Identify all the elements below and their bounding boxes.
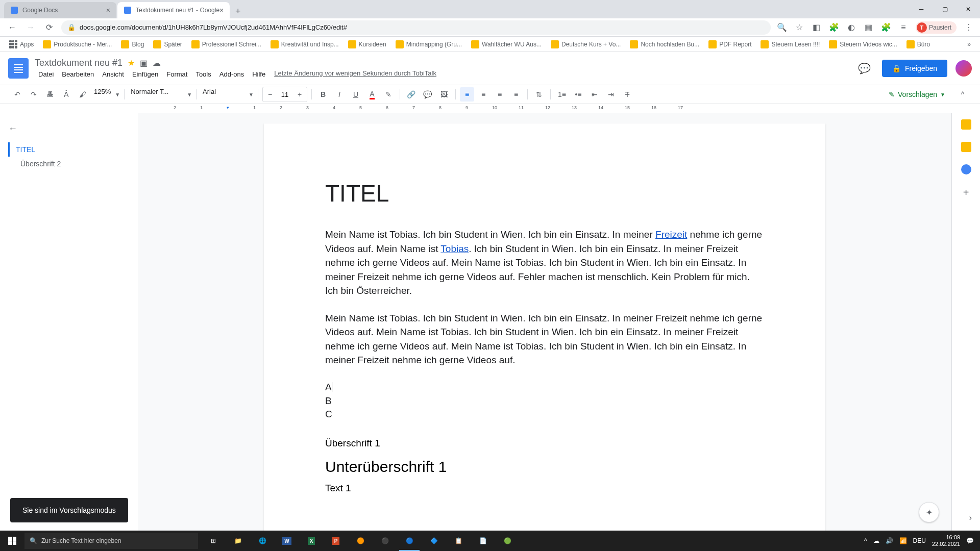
- notifications-icon[interactable]: 💬: [966, 537, 974, 544]
- browser-tab[interactable]: Google Docs ×: [4, 2, 116, 18]
- menu-tools[interactable]: Tools: [192, 69, 214, 79]
- menu-file[interactable]: Datei: [35, 69, 57, 79]
- excel-icon[interactable]: X: [299, 531, 324, 551]
- app-icon[interactable]: 📋: [446, 531, 471, 551]
- doc-link[interactable]: Freizeit: [655, 229, 687, 240]
- add-panel-button[interactable]: +: [963, 187, 969, 198]
- doc-paragraph[interactable]: Mein Name ist Tobias. Ich bin Student in…: [325, 228, 764, 298]
- star-icon[interactable]: ☆: [794, 22, 804, 33]
- bookmark-item[interactable]: Steuern Lesen !!!!: [757, 38, 823, 51]
- undo-button[interactable]: ↶: [10, 87, 24, 102]
- bookmark-item[interactable]: Noch hochladen Bu...: [627, 38, 702, 51]
- outline-heading-1[interactable]: TITEL: [8, 142, 130, 157]
- minimize-button[interactable]: ─: [910, 0, 933, 18]
- decrease-font-button[interactable]: −: [263, 87, 277, 102]
- bookmark-item[interactable]: Kursideen: [345, 38, 389, 51]
- cloud-status-icon[interactable]: ☁: [153, 58, 161, 68]
- indent-marker[interactable]: ▾: [227, 105, 229, 110]
- menu-format[interactable]: Format: [163, 69, 191, 79]
- chrome-icon[interactable]: 🔵: [397, 531, 422, 551]
- calendar-icon[interactable]: [961, 119, 971, 130]
- account-avatar[interactable]: [955, 60, 972, 77]
- doc-link[interactable]: Tobias: [440, 243, 469, 254]
- insert-comment-button[interactable]: 💬: [421, 87, 435, 102]
- ruler[interactable]: 2 1 ▾ 1 2 3 4 5 6 7 8 9 10 11 12 13 14 1…: [0, 104, 980, 113]
- taskbar-search[interactable]: 🔍 Zur Suche Text hier eingeben: [24, 533, 198, 549]
- wifi-icon[interactable]: 📶: [899, 537, 907, 544]
- doc-list-line[interactable]: A: [325, 381, 764, 394]
- increase-indent-button[interactable]: ⇥: [604, 87, 618, 102]
- reload-button[interactable]: ⟳: [43, 21, 55, 34]
- page[interactable]: TITEL Mein Name ist Tobias. Ich bin Stud…: [264, 123, 825, 531]
- align-right-button[interactable]: ≡: [493, 87, 507, 102]
- bookmark-item[interactable]: Später: [150, 38, 185, 51]
- outline-back-button[interactable]: ←: [8, 123, 130, 134]
- volume-icon[interactable]: 🔊: [886, 537, 893, 544]
- app-icon[interactable]: 📄: [471, 531, 495, 551]
- edge-icon[interactable]: 🌐: [250, 531, 275, 551]
- apps-button[interactable]: Apps: [6, 38, 37, 51]
- bookmark-item[interactable]: Professionell Schrei...: [188, 38, 264, 51]
- spotify-icon[interactable]: 🟢: [495, 531, 520, 551]
- redo-button[interactable]: ↷: [27, 87, 41, 102]
- close-icon[interactable]: ×: [219, 6, 224, 14]
- text-color-button[interactable]: A: [365, 87, 379, 102]
- app-icon[interactable]: 🟠: [348, 531, 373, 551]
- address-bar[interactable]: 🔒 docs.google.com/document/d/1hUH8k6h7Lb…: [61, 20, 771, 35]
- bookmarks-overflow[interactable]: »: [964, 39, 974, 50]
- bookmark-item[interactable]: Wahlfächer WU Aus...: [468, 38, 545, 51]
- bookmark-item[interactable]: Blog: [118, 38, 147, 51]
- numbered-list-button[interactable]: 1≡: [555, 87, 569, 102]
- doc-list-line[interactable]: C: [325, 408, 764, 421]
- star-icon[interactable]: ★: [128, 58, 135, 68]
- align-justify-button[interactable]: ≡: [509, 87, 523, 102]
- bookmark-item[interactable]: Produktsuche - Mer...: [40, 38, 115, 51]
- font-size-input[interactable]: [277, 89, 292, 100]
- menu-edit[interactable]: Bearbeiten: [58, 69, 97, 79]
- tray-expand-icon[interactable]: ^: [864, 537, 867, 544]
- expand-button[interactable]: ^: [955, 87, 970, 102]
- last-edit-link[interactable]: Letzte Änderung vor wenigen Sekunden dur…: [274, 69, 436, 79]
- highlight-button[interactable]: ✎: [381, 87, 396, 102]
- app-icon[interactable]: 🔷: [422, 531, 446, 551]
- share-button[interactable]: 🔒 Freigeben: [882, 60, 947, 77]
- menu-addons[interactable]: Add-ons: [216, 69, 248, 79]
- clear-format-button[interactable]: T: [620, 87, 634, 102]
- doc-paragraph[interactable]: Mein Name ist Tobias. Ich bin Student in…: [325, 311, 764, 367]
- bulleted-list-button[interactable]: •≡: [571, 87, 585, 102]
- menu-insert[interactable]: Einfügen: [129, 69, 162, 79]
- side-panel-toggle[interactable]: ›: [969, 513, 972, 522]
- onedrive-icon[interactable]: ☁: [873, 537, 879, 544]
- word-icon[interactable]: W: [275, 531, 299, 551]
- bookmark-item[interactable]: Kreativität und Insp...: [267, 38, 342, 51]
- app-icon[interactable]: ⚫: [373, 531, 397, 551]
- zoom-icon[interactable]: 🔍: [777, 22, 787, 33]
- outline-heading-2[interactable]: Überschrift 2: [8, 157, 130, 171]
- menu-view[interactable]: Ansicht: [99, 69, 128, 79]
- extension-icon[interactable]: ◧: [812, 22, 822, 33]
- doc-list-line[interactable]: B: [325, 394, 764, 408]
- close-window-button[interactable]: ✕: [957, 0, 980, 18]
- paint-format-button[interactable]: 🖌: [76, 87, 90, 102]
- doc-text-line[interactable]: Text 1: [325, 483, 764, 494]
- insert-image-button[interactable]: 🖼: [437, 87, 451, 102]
- maximize-button[interactable]: ▢: [933, 0, 957, 18]
- start-button[interactable]: [0, 531, 24, 551]
- align-center-button[interactable]: ≡: [476, 87, 491, 102]
- profile-badge[interactable]: T Pausiert: [916, 21, 957, 34]
- comments-button[interactable]: 💬: [855, 59, 874, 78]
- tasks-icon[interactable]: [961, 164, 971, 174]
- move-icon[interactable]: ▣: [140, 58, 148, 68]
- font-select[interactable]: Arial: [201, 88, 247, 101]
- document-title[interactable]: Textdokument neu #1: [35, 58, 122, 68]
- task-view-button[interactable]: ⊞: [201, 531, 226, 551]
- extension-icon[interactable]: ◐: [846, 22, 856, 33]
- reading-list-icon[interactable]: ≡: [898, 22, 909, 33]
- align-left-button[interactable]: ≡: [460, 87, 474, 102]
- bookmark-item[interactable]: Deutsche Kurs + Vo...: [548, 38, 624, 51]
- doc-title-heading[interactable]: TITEL: [325, 180, 764, 207]
- clock[interactable]: 16:09 22.02.2021: [932, 534, 960, 547]
- mode-select[interactable]: ✎ Vorschlagen ▼: [885, 88, 949, 101]
- doc-subheading[interactable]: Überschrift 1: [325, 438, 764, 449]
- italic-button[interactable]: I: [332, 87, 347, 102]
